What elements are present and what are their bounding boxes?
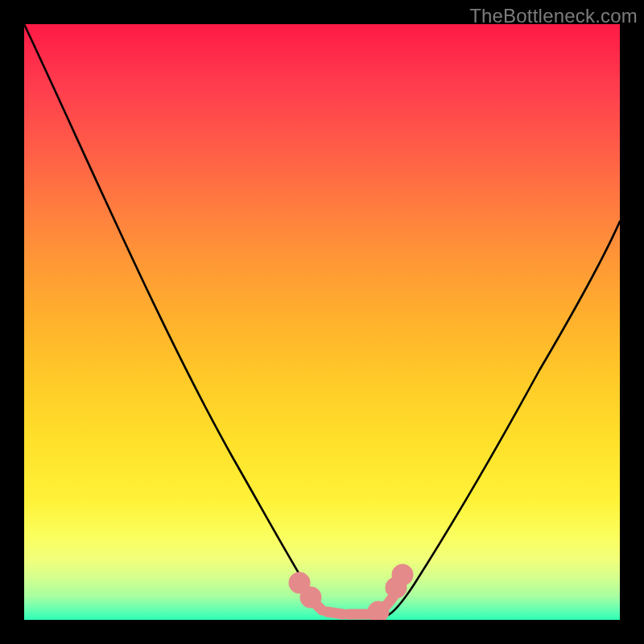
svg-point-8 [397, 569, 408, 580]
left-curve-path [24, 24, 328, 615]
svg-point-5 [373, 606, 384, 617]
valley-marker-group [294, 569, 408, 617]
plot-area [24, 24, 620, 620]
svg-point-7 [390, 582, 402, 593]
svg-line-6 [386, 597, 393, 605]
svg-line-2 [316, 604, 322, 610]
svg-line-3 [327, 612, 343, 614]
chart-frame: TheBottleneck.com [0, 0, 644, 644]
svg-point-0 [294, 577, 305, 588]
svg-point-1 [305, 592, 316, 603]
chart-curves [24, 24, 620, 620]
right-curve-path [388, 221, 620, 615]
